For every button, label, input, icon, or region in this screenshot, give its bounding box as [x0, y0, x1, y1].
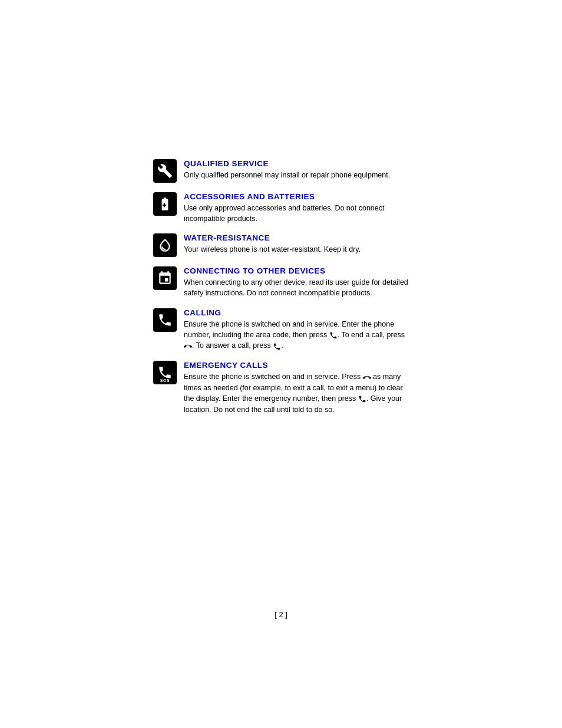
- connect-icon: [157, 271, 173, 286]
- qualified-service-text: QUALIFIED SERVICE Only qualified personn…: [184, 159, 412, 180]
- end-key-icon: [184, 341, 192, 351]
- sos-label: SOS: [160, 378, 170, 383]
- section-qualified-service: QUALIFIED SERVICE Only qualified personn…: [153, 159, 412, 183]
- send2-key-icon: [358, 394, 366, 404]
- send-key-icon: [329, 330, 338, 340]
- phone-icon: [157, 312, 173, 328]
- qualified-service-title: QUALIFIED SERVICE: [184, 159, 412, 168]
- connecting-devices-title: CONNECTING TO OTHER DEVICES: [184, 266, 412, 275]
- calling-title: CALLING: [184, 308, 412, 317]
- section-water-resistance: WATER-RESISTANCE Your wireless phone is …: [153, 233, 412, 257]
- section-accessories-batteries: ACCESSORIES AND BATTERIES Use only appro…: [153, 192, 412, 224]
- section-connecting-devices: CONNECTING TO OTHER DEVICES When connect…: [153, 266, 412, 298]
- qualified-service-icon: [153, 159, 177, 183]
- page-number: [ 2 ]: [275, 610, 287, 619]
- calling-text: CALLING Ensure the phone is switched on …: [184, 308, 412, 352]
- water-resistance-body: Your wireless phone is not water-resista…: [184, 244, 412, 255]
- emergency-calls-text: EMERGENCY CALLS Ensure the phone is swit…: [184, 361, 412, 415]
- emergency-calls-icon: SOS: [153, 361, 177, 384]
- battery-icon: [157, 196, 173, 212]
- accessories-batteries-text: ACCESSORIES AND BATTERIES Use only appro…: [184, 192, 412, 224]
- calling-icon: [153, 308, 177, 332]
- answer-key-icon: [273, 341, 281, 351]
- page-content: QUALIFIED SERVICE Only qualified personn…: [153, 159, 412, 424]
- section-emergency-calls: SOS EMERGENCY CALLS Ensure the phone is …: [153, 361, 412, 415]
- calling-body: Ensure the phone is switched on and in s…: [184, 319, 412, 352]
- wrench-icon: [157, 163, 173, 179]
- water-resistance-icon: [153, 233, 177, 257]
- connecting-devices-icon: [153, 266, 177, 290]
- emergency-calls-title: EMERGENCY CALLS: [184, 361, 412, 370]
- connecting-devices-body: When connecting to any other device, rea…: [184, 277, 412, 298]
- end-key2-icon: [363, 372, 371, 383]
- accessories-batteries-icon: [153, 192, 177, 216]
- accessories-batteries-title: ACCESSORIES AND BATTERIES: [184, 192, 412, 201]
- water-drop-icon: [157, 238, 173, 253]
- section-calling: CALLING Ensure the phone is switched on …: [153, 308, 412, 352]
- emergency-calls-body: Ensure the phone is switched on and in s…: [184, 371, 412, 415]
- connecting-devices-text: CONNECTING TO OTHER DEVICES When connect…: [184, 266, 412, 298]
- qualified-service-body: Only qualified personnel may install or …: [184, 170, 412, 180]
- water-resistance-title: WATER-RESISTANCE: [184, 233, 412, 242]
- page-footer: [ 2 ]: [0, 610, 562, 619]
- accessories-batteries-body: Use only approved accessories and batter…: [184, 203, 412, 224]
- water-resistance-text: WATER-RESISTANCE Your wireless phone is …: [184, 233, 412, 255]
